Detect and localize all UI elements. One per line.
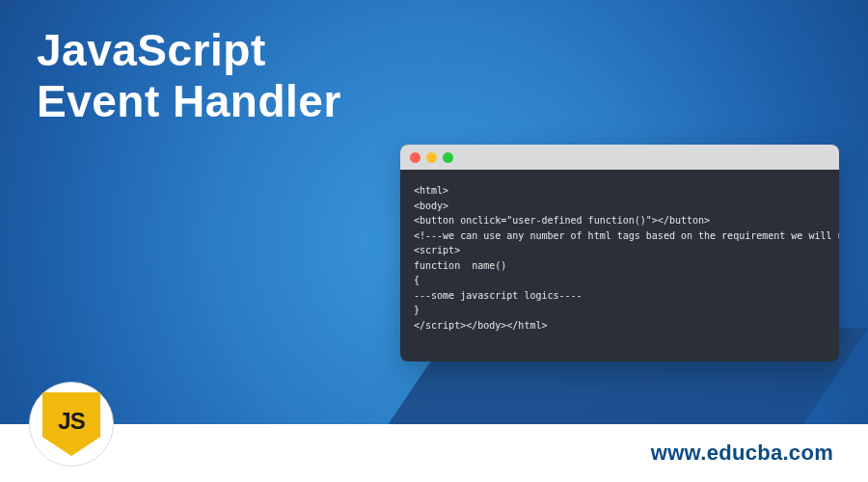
code-line: <body> [414,201,448,211]
minimize-icon [426,152,437,163]
footer-url: www.educba.com [651,441,833,466]
code-line: <html> [414,185,448,196]
banner-stage: JavaScript Event Handler <html> <body> <… [0,0,868,482]
code-line: <script> [414,245,460,255]
code-body: <html> <body> <button onclick="user-defi… [400,170,839,342]
footer-bar: www.educba.com [0,424,868,482]
code-line: { [414,275,420,285]
close-icon [410,152,420,163]
title-line-1: JavaScript [37,25,341,76]
code-line: </script></body></html> [414,320,547,331]
maximize-icon [443,152,453,163]
code-window: <html> <body> <button onclick="user-defi… [400,145,839,362]
code-line: } [414,305,420,315]
title-line-2: Event Handler [37,76,341,127]
logo-circle: JS [29,382,114,467]
shield-shape: JS [42,392,100,456]
logo-text: JS [58,408,84,441]
code-line: <button onclick="user-defined function()… [414,215,710,226]
code-line: function name() [414,260,506,271]
code-line: <!---we can use any number of html tags … [414,230,839,241]
page-title: JavaScript Event Handler [37,25,341,127]
window-titlebar [400,145,839,170]
code-line: ---some javascript logics---- [414,290,583,301]
javascript-shield-icon: JS [42,392,100,456]
